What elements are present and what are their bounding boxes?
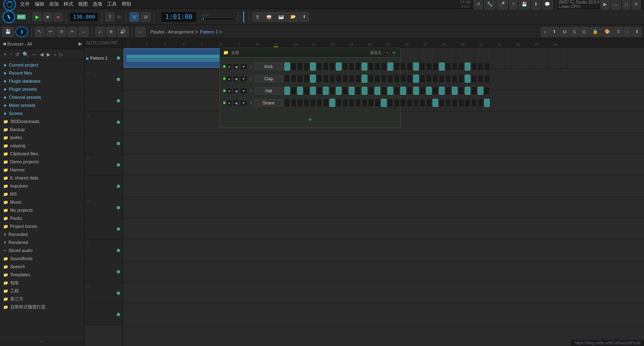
- step-hat-13[interactable]: [368, 87, 374, 95]
- step-snare-0[interactable]: [284, 99, 290, 107]
- step-clap-27[interactable]: [458, 75, 464, 83]
- piano-btn[interactable]: 🎹: [275, 12, 287, 22]
- save-project-btn[interactable]: 💾: [2, 27, 14, 37]
- step-kick-31[interactable]: [484, 63, 490, 71]
- menu-help[interactable]: 帮助: [119, 0, 134, 8]
- step-clap-11[interactable]: [355, 75, 361, 83]
- menu-options[interactable]: 选项: [90, 0, 105, 8]
- step-clap-0[interactable]: [284, 75, 290, 83]
- browser-item-caiyang[interactable]: 📁 caiyang: [0, 142, 84, 150]
- browser-item-speech[interactable]: 📁 Speech: [0, 263, 84, 271]
- step-kick-8[interactable]: [336, 63, 342, 71]
- browser-toggle-btn[interactable]: 📂: [288, 12, 299, 22]
- step-hat-24[interactable]: [439, 87, 445, 95]
- step-hat-23[interactable]: [433, 87, 438, 95]
- browser-item-baouo[interactable]: 📁 包络: [0, 279, 84, 287]
- step-snare-22[interactable]: [426, 99, 432, 107]
- browser-item-plugin-presets[interactable]: ★ Plugin presets: [0, 85, 84, 93]
- browser-back[interactable]: ◀: [2, 41, 6, 46]
- step-hat-25[interactable]: [445, 87, 451, 95]
- step-hat-14[interactable]: [375, 87, 380, 95]
- step-snare-30[interactable]: [478, 99, 483, 107]
- step-snare-24[interactable]: [439, 99, 445, 107]
- browser-item-templates[interactable]: 📁 Templates: [0, 271, 84, 279]
- step-snare-12[interactable]: [362, 99, 367, 107]
- step-hat-26[interactable]: [452, 87, 458, 95]
- browser-arrow[interactable]: ↔: [31, 51, 38, 58]
- browser-item-packs[interactable]: 📁 Packs: [0, 214, 84, 222]
- grid-row-12[interactable]: [123, 283, 644, 304]
- browser-item-disanfang[interactable]: 📁 第三方: [0, 295, 84, 303]
- solo-btn-1[interactable]: ◀: [233, 76, 239, 82]
- mixer-btn[interactable]: 🎚: [253, 12, 263, 22]
- step-snare-11[interactable]: [355, 99, 361, 107]
- step-hat-15[interactable]: [381, 87, 387, 95]
- channel-btn[interactable]: 🥁: [263, 12, 275, 22]
- step-hat-16[interactable]: [387, 87, 393, 95]
- pencil-btn[interactable]: ✏: [46, 27, 55, 37]
- chat-btn[interactable]: 💬: [542, 0, 553, 9]
- menu-add[interactable]: 添加: [47, 0, 61, 8]
- step-kick-24[interactable]: [439, 63, 445, 71]
- prev-btn[interactable]: ⇑: [106, 13, 114, 21]
- step-kick-0[interactable]: [284, 63, 290, 71]
- mute-btn[interactable]: M: [560, 27, 569, 37]
- step-kick-1[interactable]: [291, 63, 296, 71]
- layout-btn[interactable]: ⬇: [632, 27, 642, 37]
- mic-btn[interactable]: 🎤: [497, 0, 508, 9]
- browser-item-project-bones[interactable]: 📁 Project bones: [0, 222, 84, 230]
- browser-nav-right[interactable]: ▶: [46, 51, 52, 58]
- step-clap-2[interactable]: [297, 75, 303, 83]
- step-snare-25[interactable]: [445, 99, 451, 107]
- step-kick-6[interactable]: [323, 63, 329, 71]
- seq-view-btn1[interactable]: ≡: [384, 50, 390, 56]
- color-btn[interactable]: 🎨: [602, 27, 613, 37]
- mute-led-2[interactable]: ●: [226, 88, 232, 94]
- step-kick-14[interactable]: [375, 63, 380, 71]
- step-hat-17[interactable]: [394, 87, 400, 95]
- step-clap-3[interactable]: [304, 75, 309, 83]
- ch-name-btn-snare[interactable]: Snare: [255, 99, 283, 106]
- step-kick-30[interactable]: [478, 63, 483, 71]
- step-hat-8[interactable]: [336, 87, 342, 95]
- grid-row-8[interactable]: [123, 197, 644, 219]
- arrange-btn[interactable]: ↕: [624, 27, 632, 37]
- filter-btn[interactable]: ⇕: [614, 27, 623, 37]
- add-channel-btn[interactable]: +: [222, 114, 399, 126]
- step-snare-27[interactable]: [458, 99, 464, 107]
- step-kick-28[interactable]: [465, 63, 470, 71]
- step-snare-1[interactable]: [291, 99, 296, 107]
- browser-item-scores[interactable]: ★ Scores: [0, 109, 84, 117]
- step-snare-16[interactable]: [387, 99, 393, 107]
- menu-file[interactable]: 文件: [18, 0, 32, 8]
- step-clap-17[interactable]: [394, 75, 400, 83]
- step-kick-5[interactable]: [317, 63, 322, 71]
- step-kick-23[interactable]: [433, 63, 438, 71]
- browser-item-impulses[interactable]: 📁 Impulses: [0, 182, 84, 190]
- step-hat-4[interactable]: [310, 87, 316, 95]
- save-btn[interactable]: 💾: [519, 0, 530, 9]
- zoom-in-btn[interactable]: ⊕: [106, 27, 116, 37]
- solo-btn-3[interactable]: ◀: [233, 100, 239, 106]
- window-close[interactable]: ✕: [632, 0, 641, 9]
- browser-item-mixer-presets[interactable]: ★ Mixer presets: [0, 101, 84, 109]
- step-hat-2[interactable]: [297, 87, 303, 95]
- menu-style[interactable]: 样式: [61, 0, 76, 8]
- grid-row-10[interactable]: [123, 240, 644, 261]
- group-btn[interactable]: G: [580, 27, 589, 37]
- tools-btn[interactable]: 🔧: [484, 0, 495, 9]
- step-hat-19[interactable]: [407, 87, 412, 95]
- browser-add-btn[interactable]: ＋: [0, 336, 84, 346]
- mute-led-1[interactable]: ●: [226, 76, 232, 82]
- menu-view[interactable]: 视图: [76, 0, 90, 8]
- mute-led-3[interactable]: ●: [226, 100, 232, 106]
- solo-btn-0[interactable]: ◀: [233, 64, 239, 70]
- step-hat-30[interactable]: [478, 87, 483, 95]
- browser-item-quilayer[interactable]: 📁 启带样式预置打层: [0, 303, 84, 311]
- step-clap-12[interactable]: [362, 75, 367, 83]
- step-clap-5[interactable]: [317, 75, 322, 83]
- grid-row-7[interactable]: [123, 176, 644, 197]
- step-hat-21[interactable]: [420, 87, 425, 95]
- menu-btn-3[interactable]: ▼: [240, 100, 247, 106]
- browser-item-music[interactable]: 📁 Music: [0, 198, 84, 206]
